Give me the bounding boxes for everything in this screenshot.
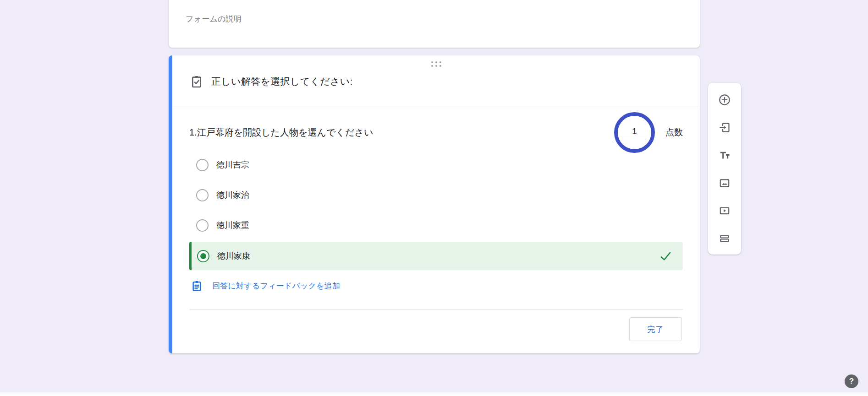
form-description-card: フォームの説明 xyxy=(169,0,700,48)
correct-check-icon xyxy=(659,250,672,262)
answer-key-title: 正しい解答を選択してください: xyxy=(211,75,353,88)
radio-unselected-icon[interactable] xyxy=(196,219,209,232)
add-feedback-label: 回答に対するフィードバックを追加 xyxy=(212,281,340,291)
add-video-button[interactable] xyxy=(715,201,734,220)
side-toolbar xyxy=(708,83,741,255)
add-image-button[interactable] xyxy=(715,174,734,192)
add-question-icon xyxy=(718,93,731,106)
section-icon xyxy=(719,233,731,244)
done-button[interactable]: 完了 xyxy=(629,317,682,341)
option-row[interactable]: 徳川家治 xyxy=(189,180,683,210)
drag-handle[interactable] xyxy=(431,61,441,67)
radio-selected-icon[interactable] xyxy=(197,250,209,262)
question-card: 正しい解答を選択してください: 1.江戸幕府を開設した人物を選んでください 1 … xyxy=(169,55,700,353)
add-title-text-button[interactable] xyxy=(715,146,734,164)
points-input[interactable]: 1 xyxy=(614,112,655,153)
add-feedback-link[interactable]: 回答に対するフィードバックを追加 xyxy=(191,277,340,294)
add-question-button[interactable] xyxy=(715,91,734,109)
add-section-button[interactable] xyxy=(715,229,734,248)
options-list: 徳川吉宗 徳川家治 徳川家重 徳川家康 xyxy=(189,150,683,270)
answer-key-icon xyxy=(189,74,204,89)
horizontal-scrollbar[interactable] xyxy=(0,392,868,396)
points-label: 点数 xyxy=(665,126,683,138)
option-row[interactable]: 徳川家重 xyxy=(189,210,683,240)
option-label: 徳川家重 xyxy=(216,220,249,231)
image-icon xyxy=(719,177,731,189)
radio-unselected-icon[interactable] xyxy=(196,159,209,171)
option-row-correct[interactable]: 徳川家康 xyxy=(189,242,683,270)
text-fields-icon xyxy=(718,149,731,162)
header-divider xyxy=(173,107,700,107)
radio-unselected-icon[interactable] xyxy=(196,189,209,201)
option-label: 徳川家治 xyxy=(216,190,249,201)
import-questions-button[interactable] xyxy=(715,119,734,137)
feedback-icon xyxy=(191,278,203,293)
import-questions-icon xyxy=(719,121,731,134)
help-button[interactable]: ? xyxy=(845,374,858,388)
footer-divider xyxy=(189,309,683,309)
video-icon xyxy=(719,205,731,217)
option-label: 徳川吉宗 xyxy=(216,159,249,170)
question-text: 1.江戸幕府を開設した人物を選んでください xyxy=(189,126,614,139)
option-label: 徳川家康 xyxy=(217,250,250,261)
form-description-input[interactable]: フォームの説明 xyxy=(186,14,242,24)
option-row[interactable]: 徳川吉宗 xyxy=(189,150,683,180)
